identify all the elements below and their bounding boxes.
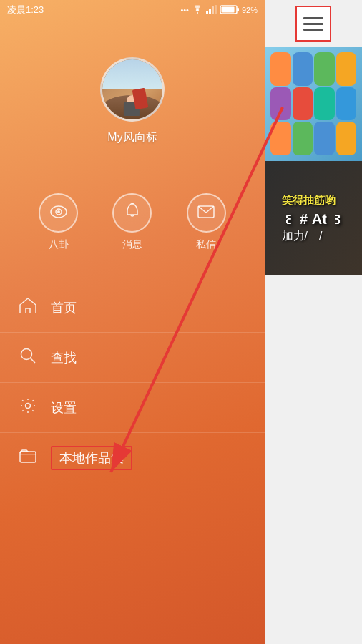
app-icon-12 — [336, 122, 357, 155]
meme-text-1: 笑得抽筋哟 — [282, 192, 346, 209]
nav-local-works[interactable]: 本地作品集 — [0, 433, 265, 483]
local-works-box: 本地作品集 — [51, 446, 132, 470]
app-icon-1 — [270, 52, 291, 86]
dm-label: 私信 — [196, 238, 216, 251]
time-display: 凌晨1:23 — [7, 4, 44, 16]
app-icon-2 — [293, 52, 313, 86]
signal-dots: ••• — [180, 6, 189, 14]
signal-bars — [206, 5, 217, 15]
hamburger-line-1 — [303, 17, 323, 19]
folder-icon — [18, 449, 38, 467]
top-screenshot — [265, 47, 362, 161]
app-icon-7 — [314, 87, 335, 121]
app-icon-6 — [293, 87, 313, 121]
mail-icon — [197, 204, 215, 223]
wifi-icon — [192, 5, 203, 15]
app-icon-11 — [314, 122, 335, 155]
local-works-label: 本地作品集 — [59, 451, 124, 465]
home-icon — [18, 298, 38, 318]
svg-rect-6 — [237, 8, 239, 11]
meme-text-3: 加力/ゝ/ — [282, 229, 346, 244]
action-messages[interactable]: 消息 — [112, 193, 152, 251]
svg-rect-1 — [206, 11, 208, 14]
bell-icon — [124, 203, 140, 224]
app-icon-3 — [314, 52, 335, 86]
hamburger-line-3 — [303, 29, 323, 31]
avatar-area: My风向标 — [0, 43, 265, 145]
meme-text-2: ꒰ # At ꒱ — [282, 209, 346, 229]
status-bar: 凌晨1:23 ••• — [0, 0, 265, 20]
action-dm[interactable]: 私信 — [187, 193, 226, 251]
dm-circle — [187, 193, 226, 233]
app-icon-10 — [293, 122, 313, 155]
app-icon-9 — [270, 122, 291, 155]
messages-label: 消息 — [122, 238, 142, 251]
username: My风向标 — [107, 130, 157, 145]
nav-settings[interactable]: 设置 — [0, 383, 265, 433]
svg-rect-7 — [221, 6, 234, 12]
hamburger-box — [295, 6, 331, 42]
phone-screen — [265, 47, 362, 161]
search-label: 查找 — [51, 349, 77, 366]
eye-icon — [50, 204, 67, 223]
action-gossip[interactable]: 八卦 — [39, 193, 78, 251]
messages-circle — [112, 193, 152, 233]
svg-rect-4 — [215, 5, 217, 14]
hamburger-button[interactable] — [265, 6, 362, 42]
right-panel: 笑得抽筋哟 ꒰ # At ꒱ 加力/ゝ/ — [265, 0, 362, 644]
nav-menu: 首页 查找 设置 — [0, 283, 265, 483]
nav-search[interactable]: 查找 — [0, 333, 265, 383]
avatar[interactable] — [100, 57, 165, 122]
svg-rect-16 — [20, 452, 36, 462]
app-icon-5 — [270, 87, 291, 121]
svg-rect-2 — [209, 9, 211, 14]
svg-point-10 — [57, 210, 60, 213]
svg-point-0 — [197, 12, 198, 14]
settings-icon — [18, 398, 38, 418]
bottom-meme: 笑得抽筋哟 ꒰ # At ꒱ 加力/ゝ/ — [265, 161, 362, 275]
quick-actions: 八卦 消息 — [0, 193, 265, 251]
gossip-circle — [39, 193, 78, 233]
svg-point-13 — [21, 348, 32, 359]
status-icons: ••• — [180, 5, 258, 16]
gossip-label: 八卦 — [49, 238, 69, 251]
sidebar: 凌晨1:23 ••• — [0, 0, 265, 644]
battery-icon — [220, 5, 239, 16]
home-label: 首页 — [51, 299, 77, 316]
app-icon-8 — [336, 87, 357, 121]
settings-label: 设置 — [51, 399, 77, 416]
nav-home[interactable]: 首页 — [0, 283, 265, 333]
app-icon-4 — [336, 52, 357, 86]
search-icon — [18, 348, 38, 368]
battery-percent: 92% — [242, 6, 258, 14]
svg-point-15 — [26, 403, 31, 408]
svg-rect-3 — [212, 6, 214, 14]
hamburger-line-2 — [303, 23, 323, 25]
svg-line-14 — [31, 358, 36, 363]
